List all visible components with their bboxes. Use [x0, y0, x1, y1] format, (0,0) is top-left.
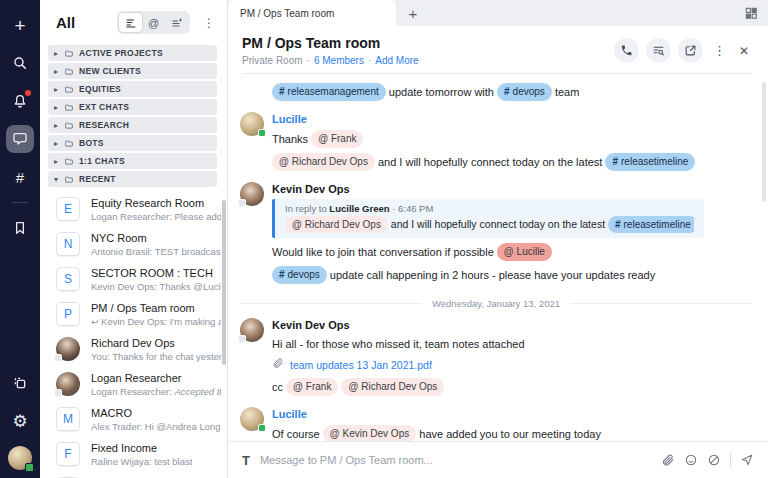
- list-star-icon: [171, 17, 183, 29]
- at-icon: @: [504, 244, 514, 260]
- disable-input-icon[interactable]: [707, 453, 721, 467]
- attach-file-icon[interactable]: [661, 453, 675, 467]
- chat-list-item[interactable]: PPM / Ops Team room↩ Kevin Dev Ops: I'm …: [40, 297, 227, 332]
- mention-pill[interactable]: @Frank: [311, 130, 363, 148]
- message-author-avatar: [240, 318, 264, 342]
- chat-list-item[interactable]: FFixed IncomeRaline Wijaya: test blast: [40, 437, 227, 472]
- current-user-avatar[interactable]: [8, 446, 32, 470]
- search-button[interactable]: [6, 49, 34, 77]
- chats-button[interactable]: [6, 125, 34, 153]
- chat-name: NYC Room: [91, 232, 221, 244]
- message-line: @Richard Dev Ops and I will hopefully co…: [272, 153, 752, 171]
- sidebar-scrollbar[interactable]: [222, 200, 226, 365]
- sidebar-section-ext-chats[interactable]: ▸EXT CHATS: [48, 99, 217, 115]
- message-author-name[interactable]: Kevin Dev Ops: [272, 319, 752, 331]
- hashtag-pill[interactable]: #releasetimeline: [605, 153, 695, 171]
- message-line: #devops update call happening in 2 hours…: [272, 266, 752, 284]
- hashtag-pill[interactable]: #releasemanagement: [272, 83, 386, 101]
- room-initial-avatar: E: [56, 197, 80, 221]
- sidebar-section-1-1-chats[interactable]: ▸1:1 CHATS: [48, 153, 217, 169]
- filter-mentions-button[interactable]: @: [142, 13, 165, 32]
- room-initial-avatar: F: [56, 442, 80, 466]
- new-conversation-button[interactable]: +: [6, 11, 34, 39]
- reply-quote[interactable]: In reply to Lucille Green · 6:46 PM@Rich…: [272, 199, 704, 238]
- chevron-right-icon: ▸: [54, 103, 64, 112]
- gear-icon: ⚙: [12, 411, 27, 432]
- divider-line: [240, 303, 422, 304]
- hashtags-button[interactable]: #: [6, 163, 34, 191]
- close-chat-button[interactable]: ✕: [736, 44, 752, 58]
- chat-item-text: PM / Ops Team room↩ Kevin Dev Ops: I'm m…: [91, 302, 221, 327]
- filter-starred-button[interactable]: [165, 13, 188, 32]
- sidebar-section-recent[interactable]: ▾RECENT: [48, 171, 217, 187]
- sidebar-section-bots[interactable]: ▸BOTS: [48, 135, 217, 151]
- chat-list-item[interactable]: SSECTOR ROOM : TECHKevin Dev Ops: Thanks…: [40, 262, 227, 297]
- sidebar-section-new-clients[interactable]: ▸NEW CLIENTS: [48, 63, 217, 79]
- presence-badge: [258, 129, 266, 137]
- chat-list-item[interactable]: EEquities Market FlowRaline Wijaya: test…: [40, 472, 227, 478]
- mention-pill[interactable]: @Frank: [286, 378, 338, 396]
- chat-header-info: PM / Ops Team room Private Room·6 Member…: [242, 35, 419, 66]
- add-tab-button[interactable]: +: [396, 0, 430, 26]
- text-format-icon[interactable]: T: [242, 453, 250, 468]
- message-input[interactable]: [260, 454, 651, 466]
- search-in-chat-button[interactable]: [646, 38, 671, 63]
- message-author-avatar: [240, 182, 264, 206]
- mention-pill[interactable]: @Lucille: [497, 243, 552, 261]
- folder-icon: [64, 67, 74, 76]
- phone-icon: [620, 44, 633, 57]
- messages-scrollbar[interactable]: [762, 82, 766, 202]
- chat-list-item[interactable]: Richard Dev OpsYou: Thanks for the chat …: [40, 332, 227, 367]
- chat-list-item[interactable]: NNYC RoomAntonio Brasil: TEST broadcast: [40, 227, 227, 262]
- chat-name: MACRO: [91, 407, 221, 419]
- divider-line: [570, 303, 752, 304]
- mention-pill[interactable]: @Kevin Dev Ops: [323, 425, 416, 441]
- call-button[interactable]: [614, 38, 639, 63]
- mention-label: Kevin Dev Ops: [343, 426, 410, 441]
- mention-pill[interactable]: @Richard Dev Ops: [341, 378, 444, 396]
- message-author-name[interactable]: Kevin Dev Ops: [272, 183, 752, 195]
- emoji-icon[interactable]: [684, 453, 698, 467]
- send-icon[interactable]: [740, 453, 754, 467]
- hashtag-pill[interactable]: #devops: [272, 266, 327, 284]
- presence-badge: [54, 354, 62, 362]
- message-line: #releasemanagement update tomorrow with …: [272, 83, 752, 101]
- room-initial-avatar: M: [56, 407, 80, 431]
- at-icon: @: [292, 217, 302, 232]
- pop-out-button[interactable]: [678, 38, 703, 63]
- chat-list-item[interactable]: Logan ResearcherLogan Researcher: Accept…: [40, 367, 227, 402]
- sidebar-section-research[interactable]: ▸RESEARCH: [48, 117, 217, 133]
- nav-rail: + # ⚙: [0, 0, 40, 478]
- layout-grid-icon[interactable]: [744, 6, 758, 20]
- sidebar-section-active-projects[interactable]: ▸ACTIVE PROJECTS: [48, 45, 217, 61]
- chat-list-item[interactable]: EEquity Research RoomLogan Researcher: P…: [40, 192, 227, 227]
- message-body: #releasemanagement update tomorrow with …: [272, 78, 752, 106]
- mention-pill[interactable]: @Richard Dev Ops: [285, 216, 388, 233]
- sidebar-menu-button[interactable]: ⋮: [199, 16, 219, 30]
- chat-preview: Antonio Brasil: TEST broadcast: [91, 246, 221, 257]
- hashtag-pill[interactable]: #devops: [497, 83, 552, 101]
- message-list: #releasemanagement update tomorrow with …: [228, 74, 768, 441]
- list-lines-icon: [125, 17, 137, 29]
- message-author-name[interactable]: Lucille: [272, 408, 752, 420]
- settings-button[interactable]: ⚙: [6, 407, 34, 435]
- message-text: and I will hopefully connect today on th…: [375, 154, 606, 170]
- at-icon: @: [348, 379, 358, 395]
- sidebar-section-equities[interactable]: ▸EQUITIES: [48, 81, 217, 97]
- tab-pm-ops-team-room[interactable]: PM / Ops Team room: [228, 0, 396, 26]
- attachment-link[interactable]: team updates 13 Jan 2021.pdf: [272, 357, 432, 373]
- bookmarks-button[interactable]: [6, 214, 34, 242]
- message-author-name[interactable]: Lucille: [272, 113, 752, 125]
- windows-button[interactable]: [6, 369, 34, 397]
- mention-pill[interactable]: @Richard Dev Ops: [272, 153, 375, 171]
- chat-list-item[interactable]: MMACROAlex Trader: Hi @Andrea Long (EQ .…: [40, 402, 227, 437]
- attachment-filename[interactable]: team updates 13 Jan 2021.pdf: [290, 357, 432, 373]
- chat-name: Richard Dev Ops: [91, 337, 221, 349]
- filter-conversations-button[interactable]: [119, 13, 142, 32]
- notifications-button[interactable]: [6, 87, 34, 115]
- chat-more-button[interactable]: ⋮: [710, 43, 729, 58]
- section-label: NEW CLIENTS: [79, 66, 141, 76]
- members-link[interactable]: 6 Members: [314, 55, 364, 66]
- hashtag-pill[interactable]: #releasetimeline: [608, 216, 694, 233]
- add-more-link[interactable]: Add More: [375, 55, 418, 66]
